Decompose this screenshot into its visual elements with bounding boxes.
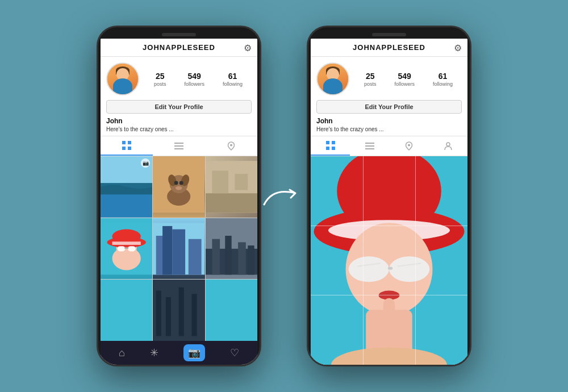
svg-rect-31 (124, 247, 128, 248)
tab-list-right[interactable] (350, 136, 389, 156)
tabs-row-right (311, 136, 467, 156)
grid-cell-dog (153, 156, 204, 218)
profile-bio-left: Here's to the crazy ones ... (106, 126, 252, 132)
phone-speaker-left (162, 33, 196, 36)
stat-followers-number-right: 549 (398, 72, 411, 81)
svg-rect-43 (248, 245, 254, 274)
avatar-left (106, 62, 139, 95)
svg-rect-41 (225, 236, 231, 275)
big-photo-bg (311, 156, 467, 365)
photo-grid-left: 📷 (101, 156, 257, 341)
grid-cell-ocean: 📷 (101, 156, 152, 218)
svg-rect-27 (112, 229, 141, 243)
stat-followers-number-left: 549 (188, 72, 201, 81)
nav-camera-left[interactable]: 📷 (183, 344, 205, 361)
stat-posts-right: 25 posts (364, 72, 377, 87)
stat-posts-number-right: 25 (366, 72, 375, 81)
grid-cell-dark (153, 280, 204, 341)
stat-following-label-right: following (433, 81, 453, 87)
stat-posts-label-right: posts (364, 81, 377, 87)
app-header-left: JOHNAPPLESEED ⚙ (101, 39, 257, 57)
edit-profile-btn-left[interactable]: Edit Your Profile (106, 100, 252, 114)
svg-point-59 (446, 143, 450, 146)
stat-posts-label-left: posts (154, 81, 166, 87)
svg-rect-29 (118, 246, 126, 251)
app-header-right: JOHNAPPLESEED ⚙ (311, 39, 467, 57)
svg-rect-50 (206, 284, 257, 336)
svg-rect-30 (128, 246, 136, 251)
gear-icon-left[interactable]: ⚙ (244, 42, 252, 53)
avatar-body-left (113, 78, 132, 94)
grid-cell-city (206, 218, 257, 280)
svg-rect-42 (238, 242, 246, 274)
svg-point-17 (179, 181, 183, 185)
tab-grid-left[interactable] (101, 136, 153, 156)
svg-rect-47 (166, 297, 171, 336)
gear-icon-right[interactable]: ⚙ (454, 42, 462, 53)
nav-explore-left[interactable]: ✳ (150, 347, 158, 359)
avatar-body-right (323, 78, 343, 94)
big-photo-content (311, 156, 467, 365)
grid-cell-room (206, 156, 257, 218)
svg-point-58 (408, 144, 410, 147)
stat-followers-left: 549 followers (184, 72, 204, 87)
profile-name-left: John (106, 117, 252, 125)
stats-row-right: 25 posts 549 followers 61 following (355, 72, 462, 87)
svg-point-18 (176, 186, 182, 190)
stat-following-left: 61 following (223, 72, 243, 87)
svg-rect-4 (174, 143, 183, 144)
profile-section-right: 25 posts 549 followers 61 following E (311, 57, 467, 136)
tabs-row-left (101, 136, 257, 156)
svg-rect-46 (156, 291, 161, 336)
svg-rect-44 (101, 284, 152, 336)
svg-point-7 (230, 144, 232, 147)
svg-rect-28 (112, 241, 141, 245)
stat-posts-number-left: 25 (156, 72, 165, 81)
tab-tagged-right[interactable] (428, 136, 467, 156)
stats-row-left: 25 posts 549 followers 61 following (145, 72, 252, 87)
grid-cell-teal2 (206, 280, 257, 341)
grid-content-left: 📷 (101, 156, 257, 341)
svg-rect-1 (128, 141, 131, 144)
tab-location-right[interactable] (389, 136, 428, 156)
svg-rect-6 (174, 148, 183, 149)
bottom-nav-left: ⌂ ✳ 📷 ♡ (101, 341, 257, 365)
tab-list-left[interactable] (153, 136, 205, 156)
stat-following-number-right: 61 (438, 72, 448, 81)
screen-left: JOHNAPPLESEED ⚙ 25 (101, 39, 257, 365)
profile-top-right: 25 posts 549 followers 61 following (316, 62, 462, 95)
avatar-right (316, 62, 349, 95)
nav-likes-left[interactable]: ♡ (230, 347, 239, 359)
stat-following-number-left: 61 (228, 72, 237, 81)
stat-following-label-left: following (223, 81, 243, 87)
edit-profile-btn-right[interactable]: Edit Your Profile (316, 100, 462, 114)
svg-rect-22 (235, 174, 248, 190)
tab-location-left[interactable] (205, 136, 257, 156)
profile-bio-right: Here's to the crazy ones ... (316, 126, 462, 132)
tab-grid-right[interactable] (311, 136, 350, 156)
svg-rect-20 (206, 193, 257, 212)
nav-home-left[interactable]: ⌂ (119, 347, 125, 359)
stat-posts-left: 25 posts (154, 72, 166, 87)
scene: JOHNAPPLESEED ⚙ 25 (0, 0, 568, 392)
grid-cell-teal1 (101, 280, 152, 341)
svg-rect-10 (101, 194, 152, 217)
stat-followers-right: 549 followers (394, 72, 415, 87)
stat-followers-label-left: followers (184, 81, 204, 87)
svg-rect-21 (212, 170, 228, 193)
arrow-container (261, 179, 307, 213)
right-phone: JOHNAPPLESEED ⚙ 25 (307, 26, 471, 366)
left-phone: JOHNAPPLESEED ⚙ 25 (97, 26, 261, 366)
svg-rect-3 (128, 147, 131, 150)
svg-rect-32 (124, 259, 129, 269)
svg-rect-54 (332, 147, 335, 150)
svg-rect-57 (365, 148, 374, 149)
svg-rect-51 (326, 141, 329, 144)
svg-rect-56 (365, 145, 374, 147)
svg-point-16 (174, 181, 178, 185)
svg-rect-5 (174, 145, 183, 147)
profile-name-right: John (316, 117, 462, 125)
svg-rect-40 (212, 239, 220, 274)
svg-rect-52 (332, 141, 335, 144)
svg-rect-49 (192, 294, 197, 336)
